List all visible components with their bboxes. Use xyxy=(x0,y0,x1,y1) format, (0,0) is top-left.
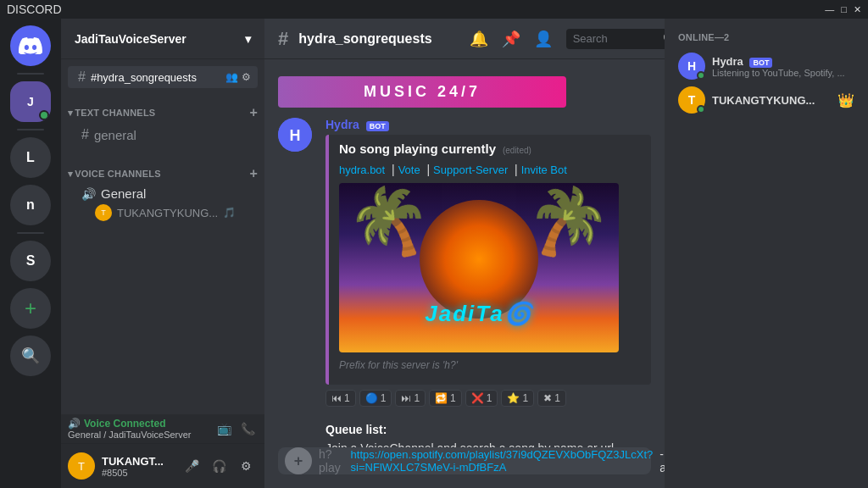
window-controls: — □ ✕ xyxy=(825,4,861,15)
mute-button[interactable]: 🎤 xyxy=(180,454,203,478)
online-member-hydra[interactable]: H Hydra BOT Listening to YouTube, Spotif… xyxy=(671,49,861,83)
app-title: DISCORD xyxy=(7,3,62,16)
message-input-wrap: + h?play https://open.spotify.com/playli… xyxy=(278,447,651,474)
close-button[interactable]: ✕ xyxy=(854,4,861,15)
hydra-member-status: Listening to YouTube, Spotify, ... xyxy=(712,68,854,78)
add-voice-channel-button[interactable]: + xyxy=(249,166,258,181)
server-icon-l[interactable]: L xyxy=(10,137,51,178)
channel-hash-icon: # xyxy=(278,28,288,50)
tropical-image: 🌴 🌴 JadiTa🌀 xyxy=(339,183,619,352)
online-panel: ONLINE—2 H Hydra BOT Listening to YouTub… xyxy=(665,19,868,488)
reaction-xmark[interactable]: ✖1 xyxy=(537,390,566,407)
voice-username: TUKANGTYKUNG... xyxy=(117,207,218,219)
text-channels-category[interactable]: ▾ TEXT CHANNELS + xyxy=(61,92,264,124)
input-link-value: https://open.spotify.com/playlist/37i9dQ… xyxy=(351,448,654,474)
app-container: J L n S + 🔍 JadiTauVoiceServer ▾ # #hydr… xyxy=(0,19,868,488)
link-invite[interactable]: Invite Bot xyxy=(521,164,567,176)
hydra-member-info: Hydra BOT Listening to YouTube, Spotify,… xyxy=(712,55,854,78)
message-input-area: + h?play https://open.spotify.com/playli… xyxy=(264,447,665,488)
pin-icon[interactable]: 📌 xyxy=(502,30,520,48)
prefix-text: Prefix for this server is 'h?' xyxy=(339,359,637,371)
hydra-online-dot xyxy=(697,71,705,80)
tukangtykung-member-name: TUKANGTYKUNG... xyxy=(712,94,831,107)
voice-status-text: 🔊 Voice Connected xyxy=(68,418,192,430)
queue-line-1: Join a VoiceChannel and search a song by… xyxy=(326,441,617,447)
server-icon-s[interactable]: S xyxy=(10,241,51,281)
search-box[interactable]: 🔍 xyxy=(566,29,665,49)
disconnect-button[interactable]: 📞 xyxy=(237,419,258,439)
voice-channels-label: VOICE CHANNELS xyxy=(75,169,249,179)
link-vote[interactable]: Vote xyxy=(398,164,420,176)
user-tag-display: #8505 xyxy=(102,468,173,478)
main-content: # hydra_songrequests ⏸ = Pause/Resume a … xyxy=(264,19,665,488)
user-controls: 🎤 🎧 ⚙ xyxy=(180,454,258,478)
voice-channel-general[interactable]: 🔊 General xyxy=(68,185,258,202)
search-input[interactable] xyxy=(573,32,658,45)
reaction-star[interactable]: ⭐1 xyxy=(501,390,534,407)
online-member-tukangtykung[interactable]: T TUKANGTYKUNG... 👑 xyxy=(671,83,861,117)
reaction-x-box[interactable]: ❌1 xyxy=(465,390,498,407)
members-icon: 👥 xyxy=(225,71,238,83)
header-icons: 🔔 📌 👤 🔍 @ ❓ xyxy=(470,29,665,49)
bell-icon[interactable]: 🔔 xyxy=(470,30,488,48)
queue-list-title: Queue list: xyxy=(326,423,387,436)
channel-name-general: general xyxy=(94,128,251,142)
hydra-author: Hydra xyxy=(326,118,359,131)
server-separator-2 xyxy=(17,129,44,130)
voice-status-row: 🔊 Voice Connected General / JadiTauVoice… xyxy=(68,418,258,440)
reaction-prev[interactable]: ⏮1 xyxy=(326,390,356,407)
voice-channels-category[interactable]: ▾ VOICE CHANNELS + xyxy=(61,152,264,185)
link-support[interactable]: Support-Server xyxy=(433,164,508,176)
server-separator xyxy=(17,73,44,75)
queue-message-group: Queue list: Join a VoiceChannel and sear… xyxy=(264,417,665,447)
reaction-repeat[interactable]: 🔁1 xyxy=(429,390,462,407)
server-icon-n[interactable]: n xyxy=(10,185,51,225)
voice-action-buttons: 📺 📞 xyxy=(214,419,258,439)
hydra-msg-content: Hydra BOT No song playing currently (edi… xyxy=(326,118,651,407)
input-placeholder-text: h?play xyxy=(319,447,344,474)
user-avatar: T xyxy=(68,452,95,480)
add-server-button[interactable]: + xyxy=(10,288,51,329)
add-text-channel-button[interactable]: + xyxy=(249,105,258,120)
user-settings-button[interactable]: ⚙ xyxy=(234,454,258,478)
voice-user-item[interactable]: T TUKANGTYKUNG... 🎵 xyxy=(68,202,258,223)
channel-sidebar: JadiTauVoiceServer ▾ # #hydra_songreques… xyxy=(61,19,264,488)
crown-badge: 👑 xyxy=(837,92,854,108)
speaker-icon: 🔊 xyxy=(81,187,96,201)
explore-servers-button[interactable]: 🔍 xyxy=(10,336,51,376)
server-header[interactable]: JadiTauVoiceServer ▾ xyxy=(61,19,264,59)
embed-title: No song playing currently xyxy=(339,141,496,156)
settings-icon: ⚙ xyxy=(242,71,251,83)
hydra-msg-header: Hydra BOT xyxy=(326,118,651,131)
screen-share-button[interactable]: 📺 xyxy=(214,419,234,439)
members-icon[interactable]: 👤 xyxy=(534,30,553,48)
hash-icon: # xyxy=(78,69,86,85)
queue-msg-content: Queue list: Join a VoiceChannel and sear… xyxy=(326,420,651,447)
hydra-bot-badge: BOT xyxy=(749,58,772,68)
reaction-blue[interactable]: 🔵1 xyxy=(359,390,392,407)
svg-text:H: H xyxy=(290,127,301,144)
edited-tag: (edited) xyxy=(503,146,531,155)
jadtau-logo-text: JadiTa🌀 xyxy=(425,301,532,327)
minimize-button[interactable]: — xyxy=(825,4,834,15)
active-indicator xyxy=(39,110,49,120)
user-avatar-wrap: T xyxy=(68,452,95,480)
reactions-row: ⏮1 🔵1 ⏭1 🔁1 ❌1 ⭐1 ✖1 xyxy=(326,390,651,407)
category-arrow-voice: ▾ xyxy=(68,169,73,180)
discord-home-button[interactable] xyxy=(10,25,51,66)
user-panel: T TUKANGT... #8505 🎤 🎧 ⚙ xyxy=(61,444,264,488)
reaction-next[interactable]: ⏭1 xyxy=(395,390,426,407)
attach-button[interactable]: + xyxy=(285,447,312,474)
channel-item-general[interactable]: # general xyxy=(68,124,258,146)
hydra-embed: No song playing currently (edited) hydra… xyxy=(326,135,651,385)
channel-item-hydra[interactable]: # #hydra_songrequests 👥 ⚙ xyxy=(68,66,258,88)
messages-area: MUSIC 24/7 H Hydra BOT xyxy=(264,59,665,447)
music-banner: MUSIC 24/7 xyxy=(278,76,566,108)
link-hydrabot[interactable]: hydra.bot xyxy=(339,164,385,176)
embed-title-area: No song playing currently (edited) xyxy=(339,141,637,156)
bot-badge: BOT xyxy=(366,121,389,131)
deafen-button[interactable]: 🎧 xyxy=(207,454,231,478)
maximize-button[interactable]: □ xyxy=(841,4,847,15)
server-icon-jadtau[interactable]: J xyxy=(10,81,51,122)
hydra-member-avatar-wrap: H xyxy=(678,53,705,80)
